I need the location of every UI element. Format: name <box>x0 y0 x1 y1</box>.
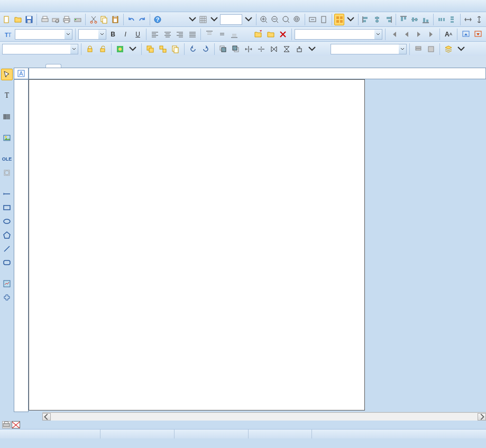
grid-button[interactable] <box>198 14 208 25</box>
align-left-button[interactable] <box>149 29 161 40</box>
data-field-combo[interactable] <box>295 29 382 40</box>
font-size-value[interactable] <box>176 14 186 25</box>
quick-print-button[interactable] <box>73 14 83 25</box>
delete-button[interactable] <box>278 29 289 40</box>
menu-view[interactable] <box>32 5 44 7</box>
shape-tool[interactable] <box>1 167 13 179</box>
canvas[interactable] <box>29 79 486 412</box>
align-center-obj-button[interactable] <box>372 14 382 25</box>
ruler-corner[interactable]: A <box>14 68 29 79</box>
layers-button[interactable] <box>443 43 454 55</box>
unlock-button[interactable] <box>97 43 108 55</box>
group-button[interactable] <box>144 43 156 55</box>
flip-v-button[interactable] <box>255 43 267 55</box>
layer-combo[interactable] <box>331 44 407 54</box>
line-tool[interactable] <box>1 243 13 255</box>
italic-button[interactable]: I <box>120 29 131 40</box>
same-height-button[interactable] <box>474 14 484 25</box>
print-setup-button[interactable] <box>40 14 50 25</box>
import-button[interactable] <box>472 29 484 40</box>
page[interactable] <box>29 79 365 410</box>
menu-tools[interactable] <box>73 5 86 7</box>
hline-tool[interactable] <box>1 188 13 200</box>
gallery-tool[interactable] <box>1 278 13 290</box>
bold-button[interactable]: B <box>107 29 119 40</box>
print-preview-button[interactable] <box>51 14 61 25</box>
align-top-obj-button[interactable] <box>399 14 409 25</box>
mirror-v-button[interactable] <box>281 43 292 55</box>
zoom-fit-button[interactable] <box>281 14 291 25</box>
rotate-90-button[interactable] <box>294 43 305 55</box>
send-back-button[interactable] <box>230 43 242 55</box>
rotate-left-button[interactable] <box>187 43 199 55</box>
paste-button[interactable] <box>111 14 121 25</box>
copy-button[interactable] <box>99 14 109 25</box>
font-name-combo[interactable] <box>15 29 72 40</box>
plugin-tool[interactable] <box>1 292 13 303</box>
text-tool[interactable]: T <box>1 90 13 101</box>
roundrect-tool[interactable] <box>1 257 13 268</box>
align-right-obj-button[interactable] <box>383 14 393 25</box>
underline-button[interactable]: U <box>132 29 144 40</box>
scroll-left-icon[interactable] <box>42 413 51 421</box>
save-button[interactable] <box>24 14 34 25</box>
open-button[interactable] <box>13 14 23 25</box>
print-button[interactable] <box>62 14 72 25</box>
tab-document6[interactable] <box>45 64 61 68</box>
prev-record-button[interactable] <box>401 29 412 40</box>
last-record-button[interactable] <box>426 29 437 40</box>
menu-file[interactable] <box>4 5 17 7</box>
fit-height-button[interactable] <box>319 14 329 25</box>
help-button[interactable]: ? <box>153 14 163 25</box>
new-folder-button[interactable]: * <box>253 29 264 40</box>
zoom-out-button[interactable] <box>270 14 280 25</box>
zoom-page-button[interactable] <box>292 14 302 25</box>
new-button[interactable] <box>2 14 12 25</box>
zoom-input[interactable] <box>220 14 242 25</box>
grid-dropdown[interactable] <box>209 14 219 25</box>
scroll-right-icon[interactable] <box>478 413 486 421</box>
vertical-ruler[interactable] <box>14 79 29 412</box>
undo-button[interactable] <box>126 14 136 25</box>
flip-h-button[interactable] <box>243 43 254 55</box>
snap-dropdown[interactable] <box>345 14 355 25</box>
menu-datasource[interactable] <box>59 5 72 7</box>
text-tool-icon[interactable]: TT <box>2 29 14 40</box>
palette-print-icon[interactable] <box>2 421 11 428</box>
font-size-dropdown[interactable] <box>187 14 197 25</box>
horizontal-ruler[interactable] <box>29 68 486 79</box>
align-left-obj-button[interactable] <box>361 14 371 25</box>
layer-edit-button[interactable] <box>412 43 424 55</box>
menu-object[interactable] <box>45 5 58 7</box>
ellipse-tool[interactable] <box>1 216 13 227</box>
duplicate-button[interactable] <box>170 43 181 55</box>
first-record-button[interactable] <box>388 29 400 40</box>
align-middle-obj-button[interactable] <box>410 14 420 25</box>
barcode-tool[interactable] <box>1 111 13 123</box>
horizontal-scrollbar[interactable] <box>42 412 486 421</box>
align-top-text-button[interactable] <box>204 29 215 40</box>
cut-button[interactable] <box>88 14 98 25</box>
align-center-button[interactable] <box>162 29 173 40</box>
snap-button[interactable] <box>334 14 344 25</box>
align-bottom-obj-button[interactable] <box>421 14 431 25</box>
menu-edit[interactable] <box>18 5 31 7</box>
rotate-90-dropdown[interactable] <box>306 43 318 55</box>
distribute-v-button[interactable] <box>447 14 457 25</box>
fit-width-button[interactable] <box>308 14 318 25</box>
find-button[interactable]: AA <box>443 29 454 40</box>
align-middle-text-button[interactable] <box>216 29 228 40</box>
color-button[interactable] <box>114 43 126 55</box>
layers-dropdown[interactable] <box>455 43 467 55</box>
zoom-in-button[interactable] <box>259 14 269 25</box>
distribute-h-button[interactable] <box>436 14 446 25</box>
ole-tool[interactable]: OLE <box>1 153 13 165</box>
menu-help[interactable] <box>100 5 113 7</box>
rotate-right-button[interactable] <box>200 43 212 55</box>
image-tool[interactable] <box>1 132 13 144</box>
open-folder-button[interactable] <box>265 29 277 40</box>
next-record-button[interactable] <box>413 29 425 40</box>
align-justify-button[interactable] <box>187 29 198 40</box>
layer-delete-button[interactable] <box>425 43 437 55</box>
bring-front-button[interactable] <box>217 43 229 55</box>
